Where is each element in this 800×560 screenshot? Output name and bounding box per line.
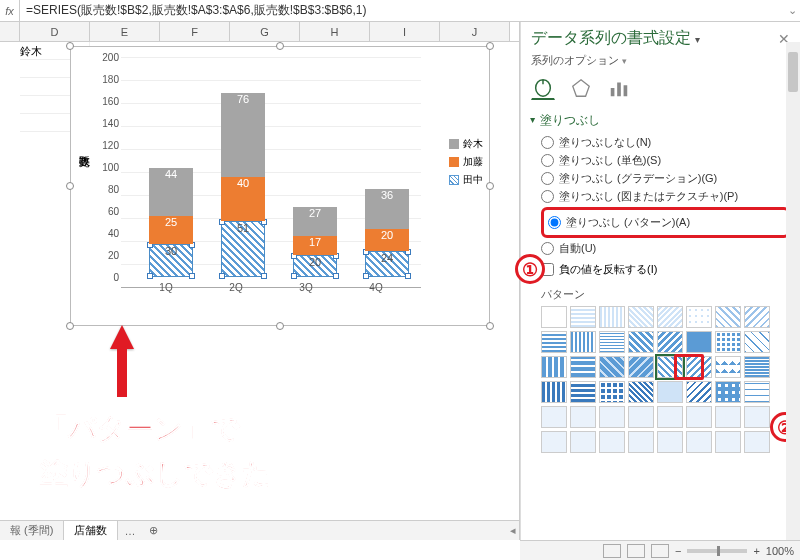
pattern-swatch[interactable] [541,406,567,428]
pattern-swatch[interactable] [628,431,654,453]
pattern-swatch[interactable] [744,406,770,428]
zoom-out-icon[interactable]: − [675,545,681,557]
dropdown-icon[interactable]: ▾ [622,56,627,66]
pattern-swatch[interactable] [599,306,625,328]
tab-scroll-left-icon[interactable]: ◂ [510,524,520,537]
pattern-swatch[interactable] [715,406,741,428]
zoom-slider[interactable] [687,549,747,553]
pattern-swatch[interactable] [570,406,596,428]
bar-segment-suzuki[interactable]: 44 [149,168,193,216]
fill-section-header[interactable]: 塗りつぶし [531,112,790,129]
embedded-chart[interactable]: 販売数 0 20 40 60 80 100 120 140 160 180 20… [70,46,490,326]
effects-icon[interactable] [569,76,593,100]
pattern-swatch[interactable] [657,331,683,353]
bar-segment-suzuki[interactable]: 36 [365,189,409,229]
col-header[interactable]: J [440,22,510,41]
fill-solid-radio[interactable]: 塗りつぶし (単色)(S) [541,153,790,168]
pattern-swatch[interactable] [541,381,567,403]
pattern-swatch[interactable] [628,406,654,428]
resize-handle[interactable] [486,322,494,330]
bar-segment-tanaka[interactable]: 20 [293,255,337,277]
pattern-swatch[interactable] [599,331,625,353]
pattern-swatch[interactable] [599,356,625,378]
panel-subtitle[interactable]: 系列のオプション [531,54,619,66]
chart-legend[interactable]: 鈴木 加藤 田中 [449,137,483,191]
pattern-swatch[interactable] [628,356,654,378]
resize-handle[interactable] [66,322,74,330]
pattern-swatch[interactable] [715,431,741,453]
pattern-swatch[interactable] [570,381,596,403]
col-header[interactable]: I [370,22,440,41]
bar-segment-kato[interactable]: 40 [221,177,265,221]
fill-line-icon[interactable] [531,76,555,100]
formula-input[interactable]: =SERIES(販売数!$B$2,販売数!$A$3:$A$6,販売数!$B$3:… [20,2,784,19]
dropdown-icon[interactable]: ▾ [695,34,700,45]
pattern-swatch[interactable] [744,431,770,453]
pattern-swatch[interactable] [570,306,596,328]
fill-gradient-radio[interactable]: 塗りつぶし (グラデーション)(G) [541,171,790,186]
pattern-swatch[interactable] [657,406,683,428]
bar-segment-kato[interactable]: 25 [149,216,193,244]
pattern-swatch[interactable] [599,381,625,403]
fx-label[interactable]: fx [0,0,20,21]
pattern-swatch[interactable] [628,381,654,403]
bar-stack[interactable]: 20 17 27 [293,207,337,277]
panel-scrollbar[interactable] [786,42,800,540]
bar-segment-tanaka[interactable]: 24 [365,251,409,277]
bar-segment-tanaka[interactable]: 30 [149,244,193,277]
resize-handle[interactable] [486,182,494,190]
pattern-swatch[interactable] [628,306,654,328]
pattern-swatch[interactable] [686,306,712,328]
resize-handle[interactable] [66,42,74,50]
pattern-swatch[interactable] [686,381,712,403]
resize-handle[interactable] [276,42,284,50]
invert-negative-checkbox[interactable]: 負の値を反転する(I) [541,262,790,277]
pattern-swatch[interactable] [686,406,712,428]
formula-expand-icon[interactable]: ⌄ [784,4,800,17]
pattern-swatch[interactable] [744,356,770,378]
view-pagelayout-icon[interactable] [627,544,645,558]
sheet-tab[interactable]: 報 (季間) [0,521,64,540]
pattern-swatch[interactable] [657,306,683,328]
pattern-swatch[interactable] [744,381,770,403]
pattern-swatch[interactable] [686,431,712,453]
fill-none-radio[interactable]: 塗りつぶしなし(N) [541,135,790,150]
col-header[interactable]: D [20,22,90,41]
bar-segment-suzuki[interactable]: 76 [221,93,265,177]
pattern-swatch[interactable] [715,356,741,378]
scrollbar-thumb[interactable] [788,52,798,92]
zoom-in-icon[interactable]: + [753,545,759,557]
col-header[interactable]: H [300,22,370,41]
pattern-swatch[interactable] [541,331,567,353]
pattern-swatch[interactable] [715,331,741,353]
zoom-level[interactable]: 100% [766,545,794,557]
select-all-corner[interactable] [0,22,20,41]
bar-segment-tanaka[interactable]: 51 [221,221,265,277]
col-header[interactable]: E [90,22,160,41]
fill-auto-radio[interactable]: 自動(U) [541,241,790,256]
pattern-swatch[interactable] [599,431,625,453]
col-header[interactable]: G [230,22,300,41]
bar-segment-kato[interactable]: 20 [365,229,409,251]
pattern-swatch[interactable] [628,331,654,353]
pattern-swatch[interactable] [541,306,567,328]
view-pagebreak-icon[interactable] [651,544,669,558]
pattern-swatch[interactable] [541,431,567,453]
fill-pattern-radio[interactable]: 塗りつぶし (パターン)(A) [548,215,783,230]
pattern-swatch[interactable] [570,331,596,353]
pattern-swatch[interactable] [686,331,712,353]
bar-segment-kato[interactable]: 17 [293,236,337,255]
bar-stack[interactable]: 30 25 44 [149,168,193,277]
bar-stack[interactable]: 24 20 36 [365,189,409,277]
pattern-swatch[interactable] [715,306,741,328]
pattern-swatch[interactable] [570,431,596,453]
resize-handle[interactable] [486,42,494,50]
pattern-swatch[interactable] [657,431,683,453]
pattern-swatch[interactable] [744,331,770,353]
bar-segment-suzuki[interactable]: 27 [293,207,337,237]
pattern-swatch[interactable] [541,356,567,378]
pattern-swatch[interactable] [599,406,625,428]
series-options-icon[interactable] [607,76,631,100]
add-sheet-icon[interactable]: ⊕ [141,524,166,537]
plot-area[interactable]: 30 25 44 51 40 76 [121,57,421,287]
